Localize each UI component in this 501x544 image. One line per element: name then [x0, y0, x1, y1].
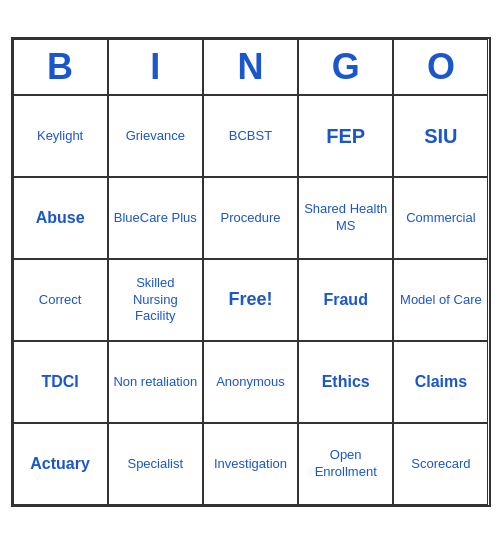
bingo-grid: KeylightGrievanceBCBSTFEPSIUAbuseBlueCar… [13, 95, 489, 505]
bingo-letter-b: B [13, 39, 108, 95]
bingo-cell-14: Model of Care [393, 259, 488, 341]
bingo-cell-12: Free! [203, 259, 298, 341]
bingo-cell-7: Procedure [203, 177, 298, 259]
bingo-cell-22: Investigation [203, 423, 298, 505]
bingo-cell-3: FEP [298, 95, 393, 177]
bingo-cell-2: BCBST [203, 95, 298, 177]
bingo-cell-11: Skilled Nursing Facility [108, 259, 203, 341]
bingo-letter-i: I [108, 39, 203, 95]
bingo-cell-17: Anonymous [203, 341, 298, 423]
bingo-header: BINGO [13, 39, 489, 95]
bingo-cell-6: BlueCare Plus [108, 177, 203, 259]
bingo-cell-8: Shared Health MS [298, 177, 393, 259]
bingo-cell-21: Specialist [108, 423, 203, 505]
bingo-cell-1: Grievance [108, 95, 203, 177]
bingo-cell-13: Fraud [298, 259, 393, 341]
bingo-cell-9: Commercial [393, 177, 488, 259]
bingo-letter-o: O [393, 39, 488, 95]
bingo-cell-10: Correct [13, 259, 108, 341]
bingo-card: BINGO KeylightGrievanceBCBSTFEPSIUAbuseB… [11, 37, 491, 507]
bingo-cell-20: Actuary [13, 423, 108, 505]
bingo-cell-23: Open Enrollment [298, 423, 393, 505]
bingo-cell-0: Keylight [13, 95, 108, 177]
bingo-cell-16: Non retaliation [108, 341, 203, 423]
bingo-cell-19: Claims [393, 341, 488, 423]
bingo-cell-24: Scorecard [393, 423, 488, 505]
bingo-cell-4: SIU [393, 95, 488, 177]
bingo-cell-18: Ethics [298, 341, 393, 423]
bingo-cell-15: TDCI [13, 341, 108, 423]
bingo-letter-g: G [298, 39, 393, 95]
bingo-letter-n: N [203, 39, 298, 95]
bingo-cell-5: Abuse [13, 177, 108, 259]
